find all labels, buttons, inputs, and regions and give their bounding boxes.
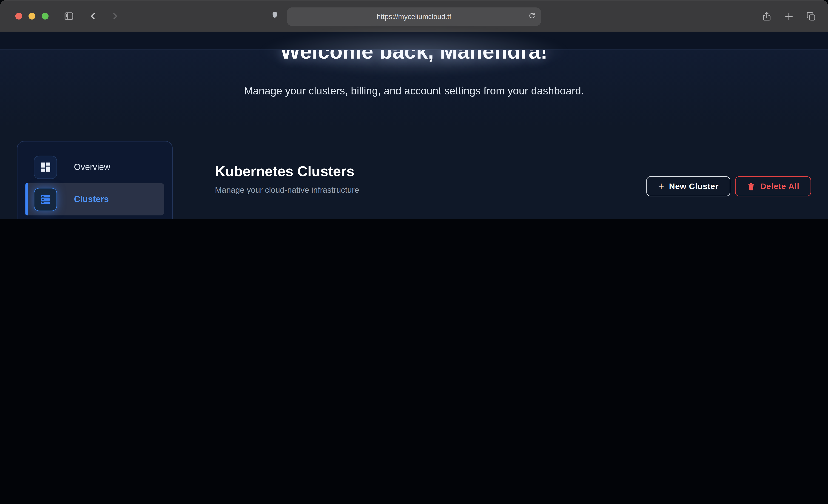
clusters-icon [34, 188, 57, 211]
top-scroll-band [0, 32, 828, 50]
sidebar-item-my-nodes[interactable]: My Nodes [25, 215, 164, 219]
page-subtitle: Manage your cloud-native infrastructure [215, 185, 359, 195]
new-tab-icon[interactable] [784, 11, 794, 22]
close-window-button[interactable] [15, 13, 22, 19]
sidebar-toggle-icon[interactable] [64, 10, 75, 22]
share-icon[interactable] [761, 11, 772, 22]
main-content: Kubernetes Clusters Manage your cloud-na… [215, 141, 811, 219]
reload-icon[interactable] [528, 11, 536, 22]
delete-all-button[interactable]: Delete All [735, 176, 811, 196]
welcome-subtitle: Manage your clusters, billing, and accou… [0, 85, 828, 97]
address-bar[interactable]: https://myceliumcloud.tf [287, 7, 541, 26]
privacy-shield-icon[interactable] [270, 10, 279, 22]
new-cluster-button[interactable]: + New Cluster [647, 176, 730, 196]
plus-icon: + [658, 180, 664, 192]
sidebar-nav: Overview Clusters [17, 141, 173, 219]
back-button[interactable] [88, 11, 98, 21]
sidebar-item-label: Overview [74, 162, 110, 172]
sidebar-item-label: Clusters [74, 194, 109, 204]
dashboard-icon [34, 156, 57, 179]
browser-toolbar: https://myceliumcloud.tf [0, 0, 828, 32]
trash-icon [747, 182, 756, 191]
forward-button[interactable] [110, 11, 120, 21]
zoom-window-button[interactable] [42, 13, 49, 19]
window-controls [15, 13, 49, 19]
sidebar-item-clusters[interactable]: Clusters [25, 183, 164, 215]
dashboard-page: Welcome back, Mahendra! Manage your clus… [0, 32, 828, 219]
page-title: Kubernetes Clusters [215, 164, 359, 180]
browser-window: https://myceliumcloud.tf [0, 0, 828, 219]
minimize-window-button[interactable] [29, 13, 35, 19]
tab-overview-icon[interactable] [806, 11, 816, 22]
url-text: https://myceliumcloud.tf [377, 13, 451, 20]
sidebar-item-overview[interactable]: Overview [25, 151, 164, 183]
